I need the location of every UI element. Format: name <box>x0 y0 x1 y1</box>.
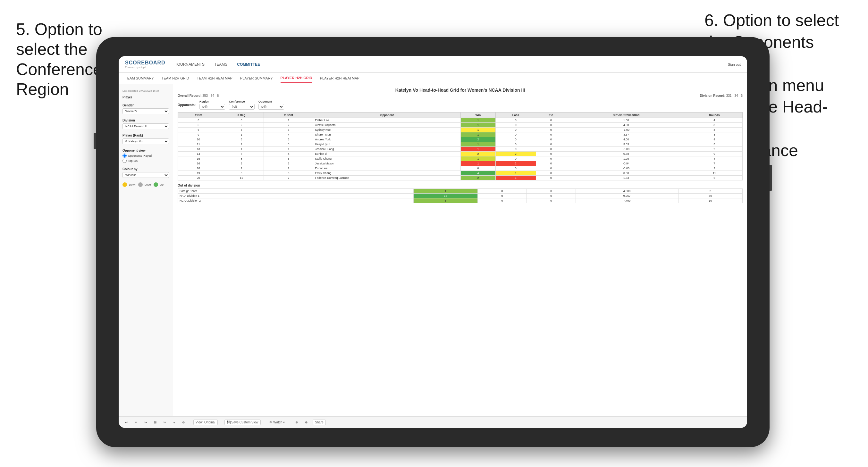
conference-filter-select[interactable]: (All) <box>229 104 255 110</box>
sidebar-opponent-view-label: Opponent view <box>123 149 169 152</box>
toolbar-plus2[interactable]: ⊕ <box>303 420 309 425</box>
cell-reg: 6 <box>219 137 264 142</box>
sub-nav-team-summary[interactable]: TEAM SUMMARY <box>125 74 154 83</box>
out-of-division-table: Foreign Team 1 0 0 4.500 2 NAIA Division… <box>178 188 743 203</box>
cell-opponent: Andrea York <box>313 137 461 142</box>
cell-loss: 0 <box>495 166 536 171</box>
cell-reg: 3 <box>219 118 264 123</box>
cell-reg: 1 <box>219 147 264 152</box>
cell-loss: 0 <box>495 137 536 142</box>
opponent-filter-select[interactable]: (All) <box>258 104 284 110</box>
cell-diff: -0.94 <box>566 161 686 166</box>
sidebar-gender-section: Gender Women's <box>123 103 169 114</box>
cell-conf: 2 <box>264 166 313 171</box>
toolbar-grid[interactable]: ⊞ <box>152 420 158 425</box>
cell-conf: 3 <box>264 128 313 132</box>
cell-loss: 0 <box>495 142 536 147</box>
col-rounds: Rounds <box>686 113 743 118</box>
logo-area: SCOREBOARD Powered by clippd <box>125 60 165 69</box>
cell-div: 15 <box>178 156 219 161</box>
cell-opponent: Eunice Yi <box>313 152 461 156</box>
sidebar-player-rank-section: Player (Rank) 8. Katelyn Vo <box>123 134 169 144</box>
region-filter-select[interactable]: (All) <box>199 104 225 110</box>
toolbar-scissors[interactable]: ✂ <box>162 420 168 425</box>
sub-nav-player-h2h-grid[interactable]: PLAYER H2H GRID <box>281 73 312 83</box>
toolbar-clock[interactable]: ⊙ <box>180 420 187 425</box>
sidebar-opponent-view-section: Opponent view Opponents Played Top 100 <box>123 149 169 163</box>
conference-filter-label: Conference <box>229 100 255 103</box>
col-reg: # Reg <box>219 113 264 118</box>
sidebar-division-section: Division NCAA Division III <box>123 119 169 129</box>
toolbar-plus1[interactable]: ⊕ <box>293 420 300 425</box>
cell-opponent: Emily Chang <box>313 171 461 176</box>
cell-reg: 7 <box>219 152 264 156</box>
cell-rounds: 3 <box>686 128 743 132</box>
cell-opponent: Stella Cheng <box>313 156 461 161</box>
sidebar-colour-select[interactable]: Win/loss <box>123 172 169 178</box>
sign-out[interactable]: Sign out <box>728 62 741 66</box>
toolbar-diamond[interactable]: ⬥ <box>171 420 177 425</box>
cell-reg: 2 <box>219 142 264 147</box>
cell-opponent: Euna Lee <box>313 166 461 171</box>
cell-diff: -1.00 <box>566 128 686 132</box>
table-row: 19 6 6 Emily Chang 4 1 0 0.30 11 <box>178 171 743 176</box>
nav-item-teams[interactable]: TEAMS <box>214 61 227 68</box>
toolbar-share[interactable]: Share <box>313 419 326 425</box>
cell-diff: 7.400 <box>576 198 678 203</box>
cell-rounds: 9 <box>686 152 743 156</box>
cell-win: 1 <box>461 147 495 152</box>
sidebar-gender-select[interactable]: Women's <box>123 108 169 114</box>
table-row: 14 7 4 Eunice Yi 2 2 0 0.38 9 <box>178 152 743 156</box>
opponent-filter-group: Opponent (All) <box>258 100 284 110</box>
cell-tie: 0 <box>536 176 566 181</box>
cell-tie: 0 <box>536 152 566 156</box>
sidebar-division-select[interactable]: NCAA Division III <box>123 123 169 129</box>
sidebar-radio-opponents-played[interactable]: Opponents Played <box>123 154 169 158</box>
toolbar-sep4 <box>290 419 290 426</box>
toolbar-view-original[interactable]: View: Original <box>193 419 218 425</box>
col-win: Win <box>461 113 495 118</box>
toolbar-redo[interactable]: ↪ <box>143 420 149 425</box>
cell-diff: -3.00 <box>566 147 686 152</box>
cell-reg: 8 <box>219 156 264 161</box>
cell-reg: 3 <box>219 128 264 132</box>
sidebar-player-rank-select[interactable]: 8. Katelyn Vo <box>123 138 169 144</box>
toolbar-undo2[interactable]: ↩ <box>133 420 139 425</box>
table-row: 20 11 7 Federica Domecq Lacroze 2 1 0 1.… <box>178 176 743 181</box>
region-filter-group: Region (All) <box>199 100 225 110</box>
cell-diff: 9.267 <box>576 194 678 198</box>
sidebar-player-section: Player <box>123 95 169 99</box>
nav-item-tournaments[interactable]: TOURNAMENTS <box>175 61 205 68</box>
table-row: NAIA Division 1 15 0 0 9.267 30 <box>178 194 743 198</box>
cell-loss: 0 <box>495 132 536 137</box>
cell-diff: 4.00 <box>566 137 686 142</box>
cell-rounds: 11 <box>686 171 743 176</box>
nav-item-committee[interactable]: COMMITTEE <box>237 61 260 68</box>
toolbar-watch[interactable]: 👁 Watch ▾ <box>268 420 287 425</box>
cell-win: 2 <box>461 176 495 181</box>
cell-win: 1 <box>413 189 477 194</box>
sidebar-radio-top100[interactable]: Top 100 <box>123 159 169 163</box>
cell-tie: 0 <box>527 194 576 198</box>
cell-conf: 2 <box>264 161 313 166</box>
cell-div: 16 <box>178 161 219 166</box>
cell-rounds: 6 <box>686 176 743 181</box>
legend-down-label: Down <box>129 183 136 186</box>
sub-nav-player-h2h-heatmap[interactable]: PLAYER H2H HEATMAP <box>320 74 360 83</box>
cell-diff: 4.00 <box>566 123 686 128</box>
sub-nav-team-h2h-heatmap[interactable]: TEAM H2H HEATMAP <box>197 74 232 83</box>
cell-conf: 1 <box>264 118 313 123</box>
logo-text: SCOREBOARD <box>125 60 165 66</box>
logo-sub: Powered by clippd <box>125 66 165 69</box>
cell-rounds: 4 <box>686 118 743 123</box>
cell-loss: 1 <box>495 171 536 176</box>
cell-div: 13 <box>178 147 219 152</box>
sub-nav-team-h2h-grid[interactable]: TEAM H2H GRID <box>162 74 189 83</box>
cell-reg: 2 <box>219 123 264 128</box>
cell-opponent: NAIA Division 1 <box>178 194 414 198</box>
toolbar-save-custom-view[interactable]: 💾 Save Custom View <box>224 419 261 425</box>
cell-div: 6 <box>178 128 219 132</box>
cell-diff: 0.38 <box>566 152 686 156</box>
toolbar-undo[interactable]: ↩ <box>123 420 129 425</box>
sub-nav-player-summary[interactable]: PLAYER SUMMARY <box>240 74 273 83</box>
